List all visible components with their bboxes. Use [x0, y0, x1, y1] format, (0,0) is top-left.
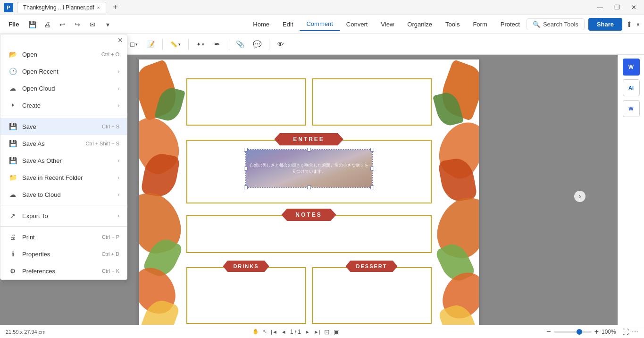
undo-icon-btn[interactable]: ↩ [56, 18, 69, 31]
open-recent-label: Open Recent [22, 68, 114, 75]
create-menu-item[interactable]: ✦ Create › [0, 97, 127, 114]
menu-edit[interactable]: Edit [276, 18, 300, 31]
zoom-out-btn[interactable]: − [546, 328, 551, 336]
page-mode-btn[interactable]: ▣ [334, 328, 340, 336]
nav-right-arrow[interactable]: › [574, 191, 585, 202]
word-icon-2[interactable]: W [623, 100, 640, 117]
fullscreen-btn[interactable]: ⛶ [622, 328, 629, 336]
print-icon-btn[interactable]: 🖨 [41, 18, 54, 31]
expand-icon[interactable]: ∧ [636, 21, 640, 28]
handle-lm[interactable] [244, 167, 248, 170]
comment-tool-btn[interactable]: 💬 [250, 37, 265, 52]
save-as-other-arrow: › [118, 158, 119, 163]
zoom-level: 100% [602, 329, 619, 335]
print-label: Print [22, 234, 102, 241]
handle-tm[interactable] [307, 148, 311, 152]
eye-tool-btn[interactable]: 👁 [273, 37, 288, 52]
ai-icon[interactable]: AI [623, 79, 640, 96]
export-arrow: › [118, 213, 119, 219]
minimize-button[interactable]: — [593, 2, 607, 13]
handle-tr[interactable] [370, 148, 374, 152]
next-page-btn[interactable]: ►| [314, 329, 320, 335]
save-as-menu-item[interactable]: 💾 Save As Ctrl + Shift + S [0, 135, 127, 152]
handle-bl[interactable] [244, 186, 248, 189]
sidebar-right: W AI W ⚙ [618, 55, 644, 338]
file-dropdown-menu: ✕ 📂 Open Ctrl + O 🕐 Open Recent › ☁ Open… [0, 34, 127, 280]
more-icon-btn[interactable]: ▾ [101, 18, 114, 31]
rectangle-tool-btn[interactable]: □ ▾ [126, 39, 141, 50]
select-tool-btn[interactable]: ↖ [263, 329, 267, 335]
file-menu[interactable]: File [4, 19, 24, 30]
more-options-btn[interactable]: ⋯ [632, 328, 638, 336]
handle-rm[interactable] [370, 167, 374, 170]
dropdown-close-btn[interactable]: ✕ [117, 36, 123, 44]
preferences-label: Preferences [22, 268, 102, 275]
prev-page-arrow[interactable]: ◄ [281, 329, 286, 335]
zoom-slider[interactable] [554, 331, 592, 333]
word-plugin-icon[interactable]: W [623, 59, 640, 76]
new-tab-button[interactable]: + [110, 2, 121, 13]
preferences-menu-item[interactable]: ⚙ Preferences Ctrl + K [0, 262, 127, 279]
open-cloud-label: Open Cloud [22, 85, 114, 92]
open-menu-item[interactable]: 📂 Open Ctrl + O [0, 46, 127, 63]
save-label: Save [22, 123, 102, 130]
open-icon: 📂 [8, 50, 17, 59]
redo-icon-btn[interactable]: ↪ [71, 18, 84, 31]
hand-tool-btn[interactable]: ✋ [252, 329, 259, 335]
tab-close-button[interactable]: × [97, 5, 100, 10]
save-menu-item[interactable]: 💾 Save Ctrl + S [0, 118, 127, 135]
mail-icon-btn[interactable]: ✉ [86, 18, 99, 31]
title-bar-right: — ❐ ✕ [593, 2, 640, 13]
selected-image[interactable]: 自然の美しさと都会の輝きが融合した瞬間。常の小さな幸せを見つけています。 [245, 149, 373, 188]
prev-page-btn[interactable]: |◄ [271, 329, 277, 335]
handle-bm[interactable] [307, 186, 311, 189]
separator-5 [188, 39, 189, 50]
properties-menu-item[interactable]: ℹ Properties Ctrl + D [0, 245, 127, 262]
print-menu-item[interactable]: 🖨 Print Ctrl + P [0, 228, 127, 245]
save-to-cloud-arrow: › [118, 192, 119, 197]
close-button[interactable]: ✕ [627, 2, 640, 13]
menu-convert[interactable]: Convert [340, 18, 375, 31]
fit-page-btn[interactable]: ⊡ [324, 328, 330, 336]
save-in-recent-folder-menu-item[interactable]: 📁 Save in Recent Folder › [0, 169, 127, 186]
search-tools-btn[interactable]: 🔍 Search Tools [527, 18, 585, 30]
menu-view[interactable]: View [374, 18, 401, 31]
next-page-arrow[interactable]: ► [305, 329, 310, 335]
pdf-page: ENTREE 自然の美しさと都会の輝きが融合した瞬間。常の小さな幸せを見つけてい… [139, 59, 479, 338]
menu-home[interactable]: Home [246, 18, 276, 31]
upload-icon[interactable]: ⬆ [626, 20, 632, 29]
preferences-shortcut: Ctrl + K [102, 268, 119, 274]
search-tools-label: Search Tools [543, 21, 578, 28]
menu-center: Home Edit Comment Convert View Organize … [246, 17, 527, 31]
signature-tool-btn[interactable]: ✒ [210, 37, 225, 52]
measure-tool-btn[interactable]: 📏 ▾ [167, 39, 184, 50]
save-icon-btn[interactable]: 💾 [25, 18, 39, 31]
open-cloud-menu-item[interactable]: ☁ Open Cloud › [0, 80, 127, 97]
attachment-tool-btn[interactable]: 📎 [233, 37, 248, 52]
share-button[interactable]: Share [588, 18, 622, 31]
stamp-tool-btn[interactable]: ✦ ▾ [192, 39, 208, 50]
export-to-menu-item[interactable]: ↗ Export To › [0, 207, 127, 224]
image-content: 自然の美しさと都会の輝きが融合した瞬間。常の小さな幸せを見つけています。 [246, 150, 372, 187]
handle-tl[interactable] [244, 148, 248, 152]
search-icon: 🔍 [533, 21, 540, 28]
open-recent-icon: 🕐 [8, 67, 17, 76]
zoom-in-btn[interactable]: + [594, 328, 599, 336]
document-tab[interactable]: Thanksgiving ...l Planner.pdf × [17, 2, 106, 13]
save-to-cloud-menu-item[interactable]: ☁ Save to Cloud › [0, 186, 127, 203]
menu-protect[interactable]: Protect [494, 18, 527, 31]
save-as-shortcut: Ctrl + Shift + S [85, 141, 119, 146]
open-recent-menu-item[interactable]: 🕐 Open Recent › [0, 63, 127, 80]
sticky-note-tool-btn[interactable]: 📝 [143, 37, 159, 52]
menu-organize[interactable]: Organize [401, 18, 439, 31]
zoom-thumb[interactable] [577, 329, 582, 335]
menu-tools[interactable]: Tools [439, 18, 466, 31]
menu-form[interactable]: Form [466, 18, 493, 31]
save-as-other-label: Save As Other [22, 157, 114, 164]
menu-comment[interactable]: Comment [300, 17, 339, 31]
save-as-other-menu-item[interactable]: 💾 Save As Other › [0, 152, 127, 169]
restore-button[interactable]: ❐ [611, 2, 624, 13]
menu-left: File 💾 🖨 ↩ ↪ ✉ ▾ [4, 18, 246, 31]
handle-br[interactable] [370, 186, 374, 189]
app-icon: P [4, 3, 13, 12]
